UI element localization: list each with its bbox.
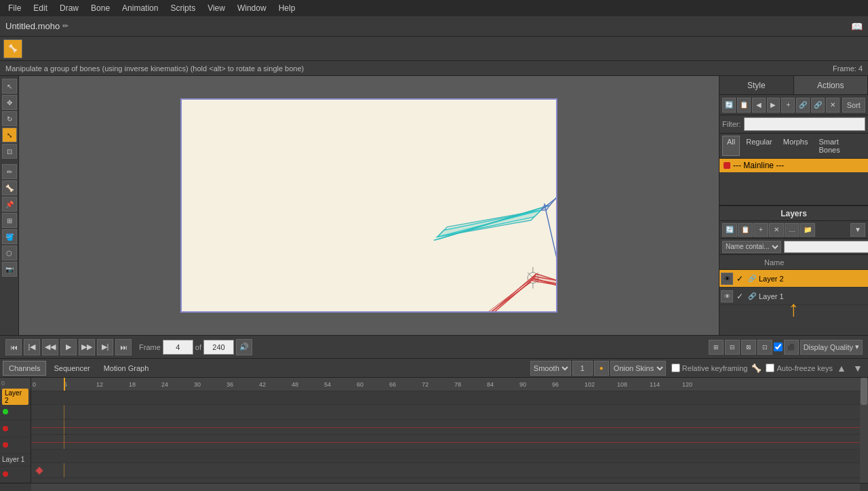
actions-tb-btn2[interactable]: 📋 [737, 98, 751, 113]
bone-icon: 🦴 [751, 364, 762, 373]
autofreeze-checkbox[interactable] [766, 364, 774, 372]
tl-tab-channels[interactable]: Channels [3, 361, 46, 376]
left-toolbox: ↖ ✥ ↻ ⤡ ⊡ ✏ 🦴 📌 ⊞ 🪣 ⬡ 📷 [0, 76, 19, 335]
tool-warp[interactable]: ⊞ [2, 213, 17, 228]
btn-play[interactable]: ▶ [60, 339, 77, 355]
layer-tb-copy[interactable]: 📋 [738, 223, 753, 237]
menu-animation[interactable]: Animation [117, 2, 163, 14]
tl-tab-motion-graph[interactable]: Motion Graph [98, 361, 155, 376]
dq-btn2[interactable]: ⊟ [725, 340, 740, 355]
actions-tb-btn7[interactable]: 🔗 [811, 98, 825, 113]
menu-file[interactable]: File [3, 2, 26, 14]
btn-first[interactable]: ⏮ [5, 339, 22, 355]
frame-input[interactable]: 4 [163, 340, 193, 355]
smooth-select[interactable]: Smooth [530, 361, 571, 376]
timeline-scrollbar-v[interactable] [860, 378, 868, 483]
actions-tb-btn6[interactable]: 🔗 [796, 98, 810, 113]
btn-volume[interactable]: 🔊 [236, 339, 252, 355]
tool-move[interactable]: ✥ [2, 95, 17, 110]
layers-filter-row: Name contai... [719, 239, 868, 255]
tl-up-btn[interactable]: ▲ [834, 361, 849, 376]
display-quality-select[interactable]: Display Quality ▾ [800, 340, 863, 355]
layer-tb-add[interactable]: + [753, 223, 768, 237]
menu-help[interactable]: Help [273, 2, 301, 14]
content-area: ↖ ✥ ↻ ⤡ ⊡ ✏ 🦴 📌 ⊞ 🪣 ⬡ 📷 [0, 76, 868, 335]
tool-layer[interactable]: ⬡ [2, 246, 17, 260]
actions-tb-btn5[interactable]: + [781, 98, 795, 113]
track-dot-layer1 [3, 471, 8, 477]
menu-window[interactable]: Window [232, 2, 272, 14]
style-tab[interactable]: Style [719, 76, 794, 94]
tool-ik[interactable]: 🦴 [3, 39, 22, 58]
dq-btn3[interactable]: ⊠ [741, 340, 756, 355]
actions-tb-btn4[interactable]: ▶ [767, 98, 781, 113]
edit-icon: ✏ [62, 22, 68, 31]
filter-input[interactable] [744, 117, 866, 131]
scrollbar-thumb[interactable] [861, 378, 867, 405]
menu-bone[interactable]: Bone [85, 2, 115, 14]
timeline-scrollbar-h[interactable] [31, 484, 860, 491]
btn-rewind[interactable]: ◀◀ [42, 339, 58, 355]
layer-tb-folder[interactable]: 📁 [800, 223, 815, 237]
layers-filter-input[interactable] [784, 241, 868, 253]
menu-draw[interactable]: Draw [54, 2, 84, 14]
playhead[interactable] [64, 378, 65, 391]
track-dot-green [3, 409, 8, 414]
mainline-row[interactable]: --- Mainline --- [719, 159, 868, 172]
btn-prev-key[interactable]: |◀ [24, 339, 40, 355]
atype-morphs[interactable]: Morphs [778, 136, 813, 156]
tick-18: 18 [129, 381, 136, 388]
tick-0: 0 [33, 381, 36, 388]
layer1-vis[interactable]: 👁 [721, 290, 733, 302]
layer-tb-more[interactable]: … [785, 223, 800, 237]
tool-pin[interactable]: 📌 [2, 197, 17, 212]
menu-edit[interactable]: Edit [28, 2, 53, 14]
layer2-link-icon: 🔗 [747, 273, 757, 284]
tool-fill[interactable]: 🪣 [2, 229, 17, 244]
track-label-layer2-t2 [0, 420, 31, 437]
tool-bone[interactable]: 🦴 [2, 180, 17, 195]
rel-keyframe-checkbox[interactable] [671, 364, 680, 372]
atype-smart-bones[interactable]: Smart Bones [814, 136, 865, 156]
dq-btn1[interactable]: ⊞ [709, 340, 724, 355]
actions-tb-btn1[interactable]: 🔄 [722, 98, 736, 113]
btn-forward[interactable]: ▶▶ [79, 339, 95, 355]
actions-tb-btn3[interactable]: ◀ [752, 98, 766, 113]
layers-filter-select[interactable]: Name contai... [722, 241, 781, 253]
atype-regular[interactable]: Regular [741, 136, 777, 156]
dq-checkbox[interactable] [774, 342, 783, 351]
tick-66: 66 [389, 381, 396, 388]
btn-next-key[interactable]: ▶| [97, 339, 113, 355]
autofreeze-label: Auto-freeze keys [776, 364, 833, 372]
total-frames-input[interactable] [203, 340, 234, 355]
actions-tab[interactable]: Actions [794, 76, 869, 94]
onion-skins-select[interactable]: Onion Skins [610, 361, 666, 376]
onion-icon-btn[interactable]: ● [594, 361, 609, 376]
tool-scale[interactable]: ⊡ [2, 144, 17, 159]
layer-row-2[interactable]: 👁 ✓ 🔗 Layer 2 [719, 270, 868, 288]
actions-tb-btn8[interactable]: ✕ [826, 98, 840, 113]
layer-tb-scroll[interactable]: ▼ [850, 223, 865, 237]
tick-48: 48 [292, 381, 298, 388]
layer2-label-box[interactable]: Layer 2 [2, 389, 28, 405]
layer-tb-del[interactable]: ✕ [769, 223, 784, 237]
dq-btn5[interactable]: ⬛ [784, 340, 799, 355]
dq-btn4[interactable]: ⊡ [757, 340, 772, 355]
tool-ik-active[interactable]: ⤡ [2, 127, 17, 142]
tool-camera[interactable]: 📷 [2, 262, 17, 277]
menu-view[interactable]: View [202, 2, 231, 14]
layer2-vis[interactable]: 👁 [721, 273, 733, 285]
keyframe-diamond[interactable] [35, 467, 43, 474]
smooth-num[interactable] [572, 361, 593, 376]
layer-tb-up[interactable]: 🔄 [722, 223, 737, 237]
menu-scripts[interactable]: Scripts [165, 2, 201, 14]
btn-last[interactable]: ⏭ [115, 339, 132, 355]
atype-all[interactable]: All [722, 136, 740, 156]
tool-draw[interactable]: ✏ [2, 164, 17, 179]
tl-tab-sequencer[interactable]: Sequencer [47, 361, 96, 376]
sort-button[interactable]: Sort [842, 98, 865, 113]
tl-down-btn[interactable]: ▼ [850, 361, 865, 376]
tool-rotate[interactable]: ↻ [2, 111, 17, 126]
tool-select[interactable]: ↖ [2, 79, 17, 94]
layers-toolbar: 🔄 📋 + ✕ … 📁 ▼ [719, 221, 868, 239]
